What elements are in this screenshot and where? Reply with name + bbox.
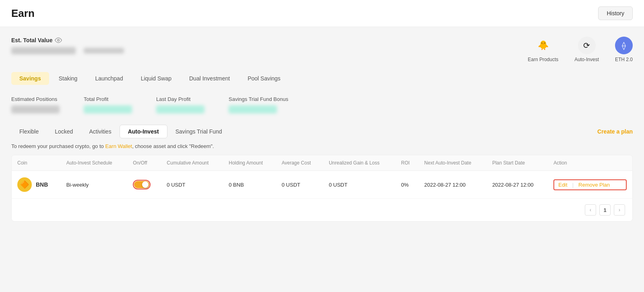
stat-last-day-profit-value <box>156 105 204 113</box>
auto-invest-icon: ⟳ <box>578 37 596 54</box>
col-roi: ROI <box>396 155 419 171</box>
stat-total-profit: Total Profit <box>84 96 132 113</box>
history-button[interactable]: History <box>598 6 633 20</box>
total-value-blurred <box>11 47 76 54</box>
earn-wallet-link[interactable]: Earn Wallet <box>105 143 132 149</box>
col-cumulative-amount: Cumulative Amount <box>161 155 223 171</box>
quick-nav: 🐥 Earn Products ⟳ Auto-Invest ⟠ ETH 2.0 <box>528 37 633 62</box>
cell-toggle <box>127 171 161 199</box>
prev-page-button[interactable]: ‹ <box>585 204 596 216</box>
stat-estimated-positions: Estimated Positions <box>11 96 60 113</box>
est-value-row <box>11 47 124 54</box>
tab-pool-savings[interactable]: Pool Savings <box>239 72 289 85</box>
table-header-row: Coin Auto-Invest Schedule On/Off Cumulat… <box>12 155 632 171</box>
table-row: 🔶 BNB Bi-weekly 0 USDT <box>12 171 632 199</box>
col-start-date: Plan Start Date <box>487 155 548 171</box>
eth2-label: ETH 2.0 <box>615 57 633 62</box>
pagination-row: ‹ 1 › <box>12 199 632 221</box>
sub-tabs-row: Flexible Locked Activities Auto-Invest S… <box>11 125 633 138</box>
action-divider: | <box>572 182 574 188</box>
stat-savings-trial-bonus-label: Savings Trial Fund Bonus <box>229 96 288 102</box>
col-schedule: Auto-Invest Schedule <box>61 155 128 171</box>
col-unrealized-gain-loss: Unrealized Gain & Loss <box>323 155 396 171</box>
on-off-toggle[interactable] <box>133 180 151 189</box>
col-next-date: Next Auto-Invest Date <box>419 155 487 171</box>
create-plan-button[interactable]: Create a plan <box>597 128 633 135</box>
sub-tab-auto-invest[interactable]: Auto-Invest <box>120 125 167 138</box>
quick-nav-earn-products[interactable]: 🐥 Earn Products <box>528 37 558 62</box>
page-1-button[interactable]: 1 <box>599 204 611 216</box>
tab-dual-investment[interactable]: Dual Investment <box>181 72 238 85</box>
stat-savings-trial-bonus-value <box>229 105 277 113</box>
action-buttons: Edit | Remove Plan <box>553 179 627 190</box>
toggle-track <box>134 181 149 188</box>
page-container: Earn History Est. Total Value <box>0 0 644 292</box>
table-container: Coin Auto-Invest Schedule On/Off Cumulat… <box>11 155 633 222</box>
col-action: Action <box>548 155 632 171</box>
stat-total-profit-label: Total Profit <box>84 96 132 102</box>
col-coin: Coin <box>12 155 61 171</box>
info-text: To redeem your purchased crypto, go to E… <box>11 143 633 149</box>
cell-action: Edit | Remove Plan <box>548 171 632 199</box>
stat-estimated-positions-value <box>11 105 60 113</box>
svg-point-0 <box>58 39 60 41</box>
eth2-icon: ⟠ <box>615 37 633 54</box>
cell-holding-amount: 0 BNB <box>223 171 276 199</box>
coin-name: BNB <box>36 181 48 188</box>
edit-button[interactable]: Edit <box>558 182 567 188</box>
stat-total-profit-value <box>84 105 132 113</box>
tab-liquid-swap[interactable]: Liquid Swap <box>133 72 180 85</box>
cell-average-cost: 0 USDT <box>276 171 323 199</box>
cell-next-date: 2022-08-27 12:00 <box>419 171 487 199</box>
sub-tab-savings-trial-fund[interactable]: Savings Trial Fund <box>167 125 230 138</box>
cell-cumulative-amount: 0 USDT <box>161 171 223 199</box>
col-holding-amount: Holding Amount <box>223 155 276 171</box>
cell-unrealized-gain-loss: 0 USDT <box>323 171 396 199</box>
est-value-label: Est. Total Value <box>11 37 124 44</box>
page-title: Earn <box>11 7 35 20</box>
col-on-off: On/Off <box>127 155 161 171</box>
cell-start-date: 2022-08-27 12:00 <box>487 171 548 199</box>
auto-invest-table: Coin Auto-Invest Schedule On/Off Cumulat… <box>12 155 632 199</box>
quick-nav-eth2[interactable]: ⟠ ETH 2.0 <box>615 37 633 62</box>
col-average-cost: Average Cost <box>276 155 323 171</box>
cell-schedule: Bi-weekly <box>61 171 128 199</box>
header: Earn History <box>0 0 644 27</box>
sub-tab-flexible[interactable]: Flexible <box>11 125 47 138</box>
stats-row: Estimated Positions Total Profit Last Da… <box>11 96 633 113</box>
est-value-section: Est. Total Value 🐥 Earn Products <box>11 37 633 62</box>
quick-nav-auto-invest[interactable]: ⟳ Auto-Invest <box>574 37 599 62</box>
sub-tab-activities[interactable]: Activities <box>81 125 119 138</box>
cell-roi: 0% <box>396 171 419 199</box>
earn-products-icon: 🐥 <box>534 37 552 54</box>
eye-icon[interactable] <box>55 37 62 44</box>
est-value-left: Est. Total Value <box>11 37 124 54</box>
coin-icon-bnb: 🔶 <box>17 177 32 192</box>
main-tabs-row: Savings Staking Launchpad Liquid Swap Du… <box>11 72 633 85</box>
cell-coin: 🔶 BNB <box>12 171 61 199</box>
tab-launchpad[interactable]: Launchpad <box>87 72 131 85</box>
tab-staking[interactable]: Staking <box>51 72 86 85</box>
auto-invest-label: Auto-Invest <box>574 57 599 62</box>
remove-plan-button[interactable]: Remove Plan <box>578 182 610 188</box>
stat-savings-trial-bonus: Savings Trial Fund Bonus <box>229 96 288 113</box>
earn-products-label: Earn Products <box>528 57 558 62</box>
total-value-secondary-blurred <box>84 48 124 53</box>
sub-tab-locked[interactable]: Locked <box>47 125 81 138</box>
next-page-button[interactable]: › <box>614 204 625 216</box>
stat-last-day-profit-label: Last Day Profit <box>156 96 204 102</box>
toggle-thumb <box>142 181 149 188</box>
stat-last-day-profit: Last Day Profit <box>156 96 204 113</box>
main-content: Est. Total Value 🐥 Earn Products <box>0 27 644 231</box>
stat-estimated-positions-label: Estimated Positions <box>11 96 60 102</box>
sub-tabs-left: Flexible Locked Activities Auto-Invest S… <box>11 125 230 138</box>
tab-savings[interactable]: Savings <box>11 72 49 85</box>
